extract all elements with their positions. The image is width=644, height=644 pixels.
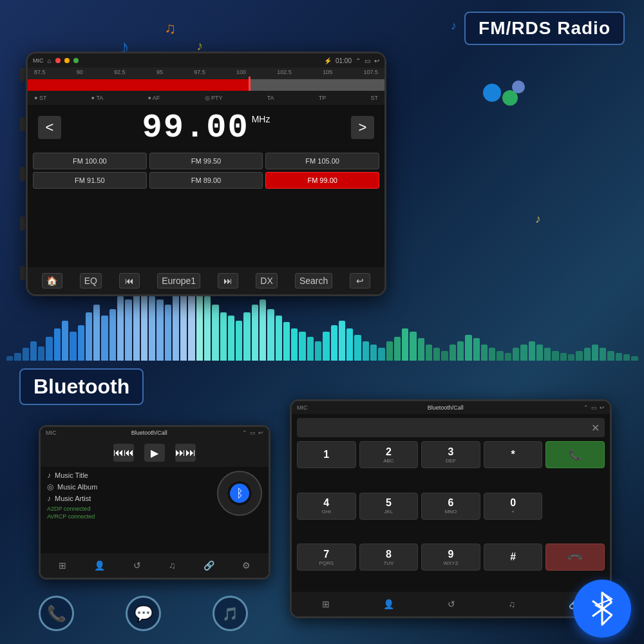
- bt-prev-button[interactable]: ⏮⏮: [113, 444, 134, 462]
- status-dot-1: [55, 58, 61, 63]
- eq-bar: [363, 341, 369, 361]
- key-end-icon: 📞: [566, 549, 584, 567]
- phone-window[interactable]: ▭: [591, 404, 597, 411]
- eq-bar: [173, 293, 179, 361]
- expand-icon[interactable]: ⌃: [355, 57, 361, 64]
- bt-nav-music[interactable]: ♫: [169, 560, 176, 571]
- preset-2[interactable]: FM 99.50: [149, 153, 263, 169]
- next-button[interactable]: ⏭: [218, 273, 238, 289]
- phone-nav-music[interactable]: ♫: [508, 599, 515, 609]
- phone-expand[interactable]: ⌃: [583, 404, 589, 411]
- phone-nav-call[interactable]: ↺: [448, 599, 455, 609]
- back-icon[interactable]: ↩: [374, 57, 379, 64]
- key-5[interactable]: 5 JKL: [359, 493, 419, 520]
- key-0[interactable]: 0 +: [484, 493, 543, 520]
- key-3-sub: DEF: [446, 458, 456, 464]
- eq-bar: [433, 348, 440, 361]
- station-label[interactable]: Europe1: [157, 273, 200, 289]
- bt-next-button[interactable]: ⏭⏭: [175, 444, 196, 462]
- key-hash[interactable]: #: [484, 544, 543, 571]
- eq-bar: [584, 348, 591, 361]
- bt-play-button[interactable]: ▶: [144, 444, 165, 462]
- side-btn-5[interactable]: [20, 266, 25, 280]
- bt-nav-link[interactable]: 🔗: [204, 560, 214, 571]
- freq-100: 100: [236, 69, 246, 75]
- rds-af: ● AF: [147, 95, 160, 101]
- preset-4[interactable]: FM 91.50: [33, 172, 147, 189]
- bt-nav-phone[interactable]: ↺: [133, 560, 141, 571]
- eq-bar: [165, 305, 171, 361]
- eq-bar: [86, 312, 92, 361]
- eq-bar: [418, 338, 424, 361]
- key-6[interactable]: 6 MNO: [421, 493, 480, 520]
- bluetooth-svg: [586, 589, 618, 628]
- bt-nav-settings[interactable]: ⚙: [242, 560, 251, 571]
- eq-bar: [212, 305, 218, 361]
- eq-bar: [6, 356, 13, 361]
- bluetooth-big-icon[interactable]: [573, 580, 631, 638]
- key-9-main: 9: [448, 549, 454, 560]
- bt-icon-inner: ᛒ: [230, 484, 249, 503]
- preset-5[interactable]: FM 89.00: [149, 172, 263, 189]
- side-btn-1[interactable]: [20, 68, 25, 82]
- preset-3[interactable]: FM 105.00: [265, 153, 379, 169]
- time-display: 01:00: [336, 57, 352, 64]
- key-3[interactable]: 3 DEF: [421, 441, 480, 468]
- key-star[interactable]: *: [484, 441, 543, 468]
- freq-scale: 87.5 90 92.5 95 97.5 100 102.5 105 107.5: [28, 68, 384, 75]
- key-end-call[interactable]: 📞: [545, 544, 605, 571]
- freq-prev-button[interactable]: <: [38, 116, 61, 139]
- key-call[interactable]: 📞: [545, 441, 605, 468]
- eq-bar: [141, 289, 147, 361]
- side-btn-4[interactable]: [20, 216, 25, 231]
- person-icon: ♪: [47, 494, 51, 503]
- phone-nav-grid[interactable]: ⊞: [322, 599, 330, 609]
- eq-bar: [441, 351, 448, 361]
- eq-bar: [497, 351, 503, 361]
- bt-nav-grid[interactable]: ⊞: [59, 560, 66, 571]
- bt-expand[interactable]: ⌃: [242, 430, 247, 436]
- preset-1[interactable]: FM 100.00: [33, 153, 147, 169]
- eq-button[interactable]: EQ: [80, 273, 102, 289]
- key-9[interactable]: 9 WXYZ: [421, 544, 480, 571]
- phone-input-row: ✕: [297, 418, 605, 437]
- eq-bar: [450, 345, 456, 361]
- back-button[interactable]: ↩: [350, 273, 370, 289]
- key-8[interactable]: 8 TUV: [359, 544, 419, 571]
- phone-status-bar: MIC Bluetooth/Call ⌃ ▭ ↩: [292, 401, 610, 414]
- phone-back[interactable]: ↩: [600, 404, 605, 411]
- window-icon[interactable]: ▭: [365, 57, 370, 64]
- key-2[interactable]: 2 ABC: [359, 441, 419, 468]
- eq-bar: [243, 312, 250, 361]
- phone-device: MIC Bluetooth/Call ⌃ ▭ ↩ ✕ 1 2 ABC 3: [290, 399, 612, 618]
- freq-next-button[interactable]: >: [351, 116, 374, 139]
- eq-bar: [513, 348, 519, 361]
- key-4[interactable]: 4 GHI: [297, 493, 356, 520]
- key-1[interactable]: 1: [297, 441, 356, 468]
- search-button[interactable]: Search: [295, 273, 332, 289]
- phone-nav-person[interactable]: 👤: [383, 599, 394, 609]
- phone-feature-icon[interactable]: 📞: [39, 596, 74, 631]
- key-7[interactable]: 7 PQRS: [297, 544, 356, 571]
- bt-window[interactable]: ▭: [250, 430, 256, 436]
- side-btn-3[interactable]: [20, 167, 25, 181]
- key-7-sub: PQRS: [319, 560, 334, 566]
- eq-bar: [552, 351, 558, 361]
- preset-6[interactable]: FM 99.00: [265, 172, 379, 189]
- bt-mic-label: MIC: [46, 430, 57, 436]
- freq-97: 97.5: [194, 69, 205, 75]
- prev-button[interactable]: ⏮: [119, 273, 140, 289]
- side-btn-2[interactable]: [20, 117, 25, 131]
- phone-delete-btn[interactable]: ✕: [591, 422, 600, 434]
- bt-nav-person[interactable]: 👤: [94, 560, 105, 571]
- bluetooth-status-icon: ⚡: [324, 57, 332, 64]
- music-feature-icon[interactable]: 🎵: [213, 596, 248, 631]
- bt-music-artist: Music Artist: [55, 495, 91, 502]
- dx-button[interactable]: DX: [256, 273, 277, 289]
- eq-bar: [46, 337, 52, 361]
- home-icon[interactable]: ⌂: [48, 57, 52, 64]
- eq-bar: [220, 312, 227, 361]
- bt-back[interactable]: ↩: [258, 430, 263, 436]
- home-button[interactable]: 🏠: [42, 273, 62, 289]
- chat-feature-icon[interactable]: 💬: [126, 596, 161, 631]
